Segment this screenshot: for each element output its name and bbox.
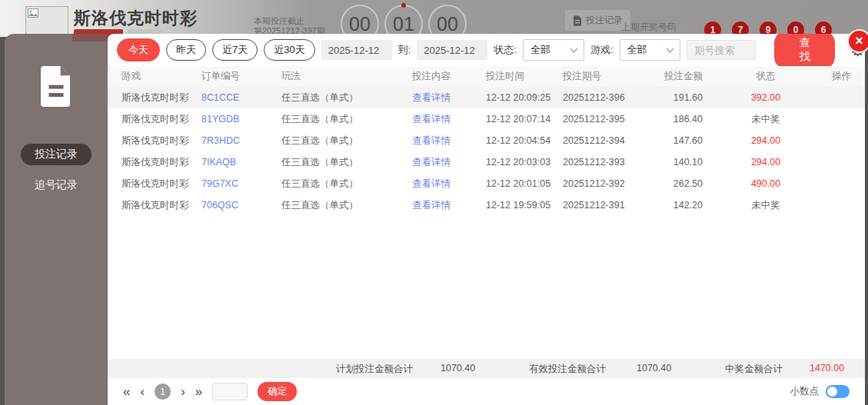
col-content: 投注内容 bbox=[412, 70, 486, 83]
cell-amount: 147.60 bbox=[647, 135, 709, 146]
deadline-label: 本期投注截止 bbox=[254, 16, 325, 26]
cell-period: 20251212-396 bbox=[563, 92, 647, 103]
range-yesterday-button[interactable]: 昨天 bbox=[166, 39, 206, 61]
valid-total-value: 1070.40 bbox=[637, 363, 671, 373]
view-detail-link[interactable]: 查看详情 bbox=[412, 91, 486, 105]
valid-total-label: 有效投注金额合计 bbox=[529, 363, 606, 376]
order-id-link[interactable]: 81YGDB bbox=[201, 114, 281, 124]
cell-play: 任三直选（单式） bbox=[281, 156, 412, 169]
cell-amount: 186.40 bbox=[647, 114, 709, 124]
table-empty-space bbox=[108, 216, 865, 359]
modal-sidebar: 投注记录 追号记录 bbox=[5, 34, 108, 405]
table-body: 斯洛伐克时时彩 8C1CCE 任三直选（单式） 查看详情 12-12 20:09… bbox=[108, 87, 865, 216]
range-today-button[interactable]: 今天 bbox=[117, 38, 160, 61]
bet-records-button-label: 投注记录 bbox=[586, 14, 623, 27]
cell-game: 斯洛伐克时时彩 bbox=[108, 178, 201, 191]
records-document-icon bbox=[38, 65, 74, 111]
countdown-timer: 00 01 00 bbox=[341, 5, 467, 37]
first-page-button[interactable]: « bbox=[123, 385, 130, 398]
countdown-hours: 00 bbox=[341, 5, 379, 37]
table-row: 斯洛伐克时时彩 8C1CCE 任三直选（单式） 查看详情 12-12 20:09… bbox=[108, 87, 865, 108]
cell-time: 12-12 20:07:14 bbox=[486, 114, 563, 124]
range-30days-button[interactable]: 近30天 bbox=[264, 39, 314, 61]
sidebar-menu: 投注记录 追号记录 bbox=[5, 144, 108, 196]
pagination: « ‹ 1 › » 确定 bbox=[123, 382, 297, 401]
order-id-link[interactable]: 7IKAQB bbox=[201, 157, 281, 168]
cell-time: 12-12 20:01:05 bbox=[486, 178, 563, 189]
cell-time: 12-12 20:04:54 bbox=[486, 135, 563, 146]
range-7days-button[interactable]: 近7天 bbox=[212, 39, 258, 61]
table-row: 斯洛伐克时时彩 79G7XC 任三直选（单式） 查看详情 12-12 20:01… bbox=[108, 173, 865, 194]
page-jump-input[interactable] bbox=[212, 383, 248, 400]
cell-game: 斯洛伐克时时彩 bbox=[108, 91, 201, 105]
toggle-knob bbox=[827, 387, 837, 397]
page-confirm-button[interactable]: 确定 bbox=[258, 382, 297, 401]
cell-game: 斯洛伐克时时彩 bbox=[108, 199, 201, 212]
cell-period: 20251212-394 bbox=[563, 135, 647, 146]
view-detail-link[interactable]: 查看详情 bbox=[412, 113, 486, 126]
game-select[interactable]: 全部 bbox=[620, 39, 681, 61]
order-id-link[interactable]: 79G7XC bbox=[201, 178, 281, 189]
order-id-link[interactable]: 7R3HDC bbox=[201, 135, 281, 146]
col-time: 投注时间 bbox=[486, 70, 563, 83]
order-id-link[interactable]: 706QSC bbox=[201, 200, 281, 211]
countdown-progress-dot bbox=[401, 3, 406, 8]
view-detail-link[interactable]: 查看详情 bbox=[412, 199, 486, 212]
cell-status: 294.00 bbox=[709, 157, 823, 168]
status-select[interactable]: 全部 bbox=[523, 39, 584, 61]
cell-game: 斯洛伐克时时彩 bbox=[108, 113, 201, 126]
prev-page-button[interactable]: ‹ bbox=[140, 385, 145, 398]
game-select-value: 全部 bbox=[627, 43, 647, 57]
table-row: 斯洛伐克时时彩 7IKAQB 任三直选（单式） 查看详情 12-12 20:03… bbox=[108, 151, 865, 173]
period-search-input[interactable] bbox=[687, 40, 756, 60]
records-panel: 今天 昨天 近7天 近30天 到: 状态: 全部 游戏: 全部 查找 ⚙ 游戏 … bbox=[108, 34, 865, 405]
countdown-seconds: 00 bbox=[428, 5, 467, 37]
date-to-input[interactable] bbox=[417, 40, 487, 60]
cell-period: 20251212-391 bbox=[563, 200, 647, 211]
last-draw-label: 上期开奖号码 bbox=[621, 21, 677, 34]
close-modal-button[interactable]: × bbox=[847, 29, 868, 53]
cell-play: 任三直选（单式） bbox=[281, 199, 412, 212]
col-amount: 投注金额 bbox=[647, 70, 709, 83]
cell-period: 20251212-393 bbox=[563, 157, 647, 168]
broken-image-icon bbox=[28, 8, 38, 19]
cell-status: 未中奖 bbox=[709, 199, 823, 212]
cell-period: 20251212-392 bbox=[563, 178, 647, 189]
col-period: 投注期号 bbox=[563, 70, 647, 83]
logo-broken-image bbox=[25, 6, 68, 37]
cell-period: 20251212-395 bbox=[563, 114, 647, 124]
chevron-down-icon bbox=[570, 45, 577, 53]
last-page-button[interactable]: » bbox=[195, 385, 202, 398]
status-label: 状态: bbox=[494, 43, 517, 57]
cell-time: 12-12 19:59:05 bbox=[486, 200, 563, 211]
table-row: 斯洛伐克时时彩 81YGDB 任三直选（单式） 查看详情 12-12 20:07… bbox=[108, 108, 865, 130]
cell-amount: 191.60 bbox=[647, 92, 709, 103]
decimal-toggle-label: 小数点 bbox=[790, 385, 820, 398]
cell-play: 任三直选（单式） bbox=[281, 178, 412, 191]
view-detail-link[interactable]: 查看详情 bbox=[412, 134, 486, 148]
cell-play: 任三直选（单式） bbox=[281, 91, 412, 105]
date-from-input[interactable] bbox=[321, 40, 392, 60]
view-detail-link[interactable]: 查看详情 bbox=[412, 178, 486, 191]
sidebar-item-chase-records[interactable]: 追号记录 bbox=[21, 174, 91, 196]
close-icon: × bbox=[855, 33, 863, 49]
table-header: 游戏 订单编号 玩法 投注内容 投注时间 投注期号 投注金额 状态 操作 bbox=[108, 66, 865, 87]
document-icon bbox=[573, 15, 582, 26]
view-detail-link[interactable]: 查看详情 bbox=[412, 156, 486, 169]
decimal-toggle-switch[interactable] bbox=[826, 385, 850, 398]
date-to-label: 到: bbox=[398, 43, 411, 57]
win-total-value: 1470.00 bbox=[810, 363, 844, 373]
cell-time: 12-12 20:03:03 bbox=[486, 157, 563, 168]
totals-bar: 计划投注金额合计 1070.40 有效投注金额合计 1070.40 中奖金额合计… bbox=[108, 359, 865, 378]
planned-total-value: 1070.40 bbox=[441, 363, 475, 373]
col-game: 游戏 bbox=[108, 70, 201, 83]
col-order-id: 订单编号 bbox=[201, 70, 281, 83]
next-page-button[interactable]: › bbox=[181, 385, 185, 398]
sidebar-item-bet-records[interactable]: 投注记录 bbox=[21, 144, 91, 165]
cell-time: 12-12 20:09:25 bbox=[486, 92, 563, 103]
search-button[interactable]: 查找 bbox=[774, 34, 835, 69]
cell-amount: 262.50 bbox=[647, 178, 709, 189]
cell-status: 490.00 bbox=[709, 178, 823, 189]
current-page-button[interactable]: 1 bbox=[155, 383, 171, 400]
order-id-link[interactable]: 8C1CCE bbox=[201, 92, 281, 103]
